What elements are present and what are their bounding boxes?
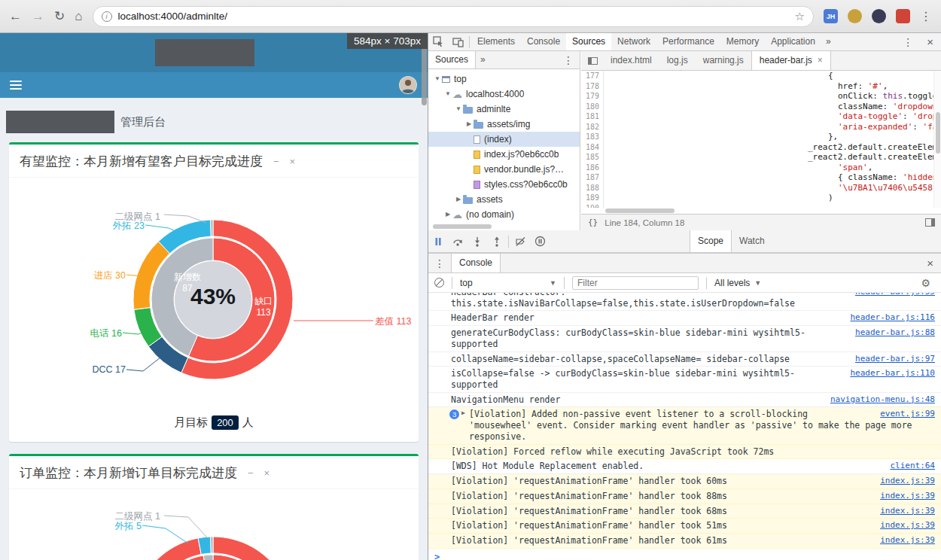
tree-item-(index)[interactable]: (index)	[428, 132, 580, 147]
tab-console[interactable]: Console	[451, 254, 501, 272]
reload-icon[interactable]: ↻	[54, 10, 65, 23]
devtools-tab-performance[interactable]: Performance	[656, 33, 720, 50]
console-source-link[interactable]: navigation-menu.js:48	[830, 394, 935, 405]
collapse-icon[interactable]: ▼	[443, 87, 452, 102]
code-text[interactable]: '\u7BA1\u7406\u5458'	[604, 183, 941, 193]
line-number[interactable]: 177	[581, 71, 604, 81]
file-tab-warning.js[interactable]: warning.js	[696, 51, 751, 70]
line-number[interactable]: 180	[581, 102, 604, 112]
more-tabs-chevron[interactable]: »	[476, 51, 490, 68]
code-text[interactable]: { className: 'hidden-xs' },	[604, 172, 941, 183]
code-text[interactable]: 'span',	[604, 163, 941, 173]
code-text[interactable]: onClick: this.toggleUserDropdown,	[604, 91, 941, 102]
collapse-icon[interactable]: −	[273, 156, 279, 167]
tree-item-assets-img[interactable]: ▶assets/img	[428, 117, 580, 132]
console-source-link[interactable]: index.js:39	[880, 491, 935, 501]
devtools-tab-memory[interactable]: Memory	[720, 33, 765, 50]
code-text[interactable]: )	[604, 193, 941, 203]
tree-item-assets[interactable]: ▶assets	[428, 192, 580, 207]
line-number[interactable]: 181	[581, 111, 604, 122]
console-prompt[interactable]: >	[428, 549, 941, 560]
console-source-link[interactable]: index.js:39	[880, 520, 935, 531]
line-number[interactable]: 189	[581, 193, 604, 203]
tree-item-index.js-0eb6cc0b[interactable]: index.js?0eb6cc0b	[428, 147, 580, 162]
file-tab-index.html[interactable]: index.html	[603, 51, 659, 70]
console-source-link[interactable]: index.js:39	[880, 506, 935, 516]
console-source-link[interactable]: header-bar.js:110	[850, 368, 935, 379]
code-text[interactable]: href: '#',	[604, 81, 941, 92]
code-editor[interactable]: 177{178href: '#',179onClick: this.toggle…	[581, 71, 941, 208]
donut-segment-二级网点[interactable]	[211, 537, 213, 553]
console-filter-input[interactable]	[572, 276, 699, 290]
line-number[interactable]: 179	[581, 91, 604, 102]
line-number[interactable]: 185	[581, 152, 604, 163]
line-number[interactable]: 187	[581, 172, 604, 183]
clear-console-icon[interactable]	[434, 278, 444, 288]
line-number[interactable]: 188	[581, 183, 604, 193]
devtools-close-icon[interactable]: ×	[919, 35, 941, 48]
line-number[interactable]: 184	[581, 142, 604, 153]
tab-sources[interactable]: Sources	[428, 51, 476, 68]
console-source-link[interactable]: event.js:99	[880, 409, 935, 419]
console-source-link[interactable]: index.js:39	[880, 476, 935, 486]
line-number[interactable]: 178	[581, 81, 604, 92]
line-number[interactable]: 186	[581, 163, 604, 173]
home-icon[interactable]: ⌂	[75, 10, 82, 23]
tree-item-(no-domain)[interactable]: ▶☁(no domain)	[428, 207, 580, 222]
debugger-sidebar-toggle-icon[interactable]	[925, 218, 935, 227]
code-text[interactable]: {	[604, 71, 941, 81]
close-icon[interactable]: ×	[264, 467, 270, 479]
code-text[interactable]: },	[604, 132, 941, 142]
console-source-link[interactable]: header-bar.js:116	[850, 312, 935, 323]
devtools-tab-elements[interactable]: Elements	[471, 33, 521, 50]
navigator-menu-icon[interactable]: ⋮	[557, 54, 580, 66]
user-avatar[interactable]	[399, 76, 417, 94]
tree-item-top[interactable]: ▼top	[428, 72, 580, 87]
inspect-element-icon[interactable]	[428, 33, 448, 51]
navigator-scrollbar[interactable]	[428, 223, 580, 230]
hamburger-menu-icon[interactable]	[10, 78, 22, 92]
close-icon[interactable]: ×	[290, 156, 296, 167]
console-source-link[interactable]: header-bar.js:55	[855, 293, 935, 297]
drawer-menu-icon[interactable]: ⋮	[428, 257, 451, 269]
file-tab-log.js[interactable]: log.js	[659, 51, 696, 70]
collapse-icon[interactable]: ▼	[454, 102, 463, 117]
step-into-icon[interactable]	[467, 230, 487, 253]
devtools-tab-network[interactable]: Network	[611, 33, 656, 50]
collapse-icon[interactable]: ▼	[433, 72, 442, 87]
step-over-icon[interactable]	[448, 230, 467, 253]
extension-icon-3[interactable]	[896, 9, 910, 23]
editor-vscrollbar[interactable]	[933, 71, 941, 208]
pause-on-exceptions-icon[interactable]	[530, 230, 550, 253]
browser-menu-icon[interactable]: ⋮	[920, 11, 932, 23]
file-tab-header-bar.js[interactable]: header-bar.js×	[751, 51, 831, 70]
close-tab-icon[interactable]: ×	[818, 51, 823, 70]
back-icon[interactable]: ←	[9, 10, 22, 23]
profile-badge[interactable]: JH	[824, 9, 838, 23]
extension-icon-2[interactable]	[872, 9, 886, 23]
line-number[interactable]: 182	[581, 122, 604, 132]
code-text[interactable]: 'data-toggle': 'dropdown',	[604, 111, 941, 122]
collapse-icon[interactable]: −	[248, 467, 254, 479]
donut-segment-二级网点[interactable]	[211, 220, 213, 236]
devtools-tab-application[interactable]: Application	[765, 33, 821, 50]
tree-item-adminlte[interactable]: ▼adminlte	[428, 102, 580, 117]
code-text[interactable]: _react2.default.createElement(	[604, 152, 941, 163]
deactivate-breakpoints-icon[interactable]	[510, 230, 530, 253]
console-source-link[interactable]: header-bar.js:97	[855, 354, 935, 364]
donut-segment-新增数[interactable]	[203, 555, 213, 560]
pretty-print-icon[interactable]: {}	[581, 218, 604, 227]
console-settings-gear-icon[interactable]: ⚙	[921, 277, 935, 289]
tree-item-localhost-4000[interactable]: ▼☁localhost:4000	[428, 87, 580, 102]
editor-hscrollbar[interactable]	[581, 208, 941, 214]
expand-icon[interactable]: ▶	[461, 409, 465, 417]
devtools-tab-console[interactable]: Console	[521, 33, 566, 50]
expand-icon[interactable]: ▶	[454, 192, 463, 207]
expand-icon[interactable]: ▶	[443, 207, 452, 222]
tree-item-styles.css-0eb6cc0b[interactable]: styles.css?0eb6cc0b	[428, 177, 580, 192]
tab-scope[interactable]: Scope	[690, 230, 732, 252]
line-number[interactable]: 183	[581, 132, 604, 142]
devtools-tab-sources[interactable]: Sources	[566, 33, 611, 50]
pause-script-icon[interactable]	[428, 230, 448, 253]
navigator-toggle-icon[interactable]	[588, 57, 598, 65]
